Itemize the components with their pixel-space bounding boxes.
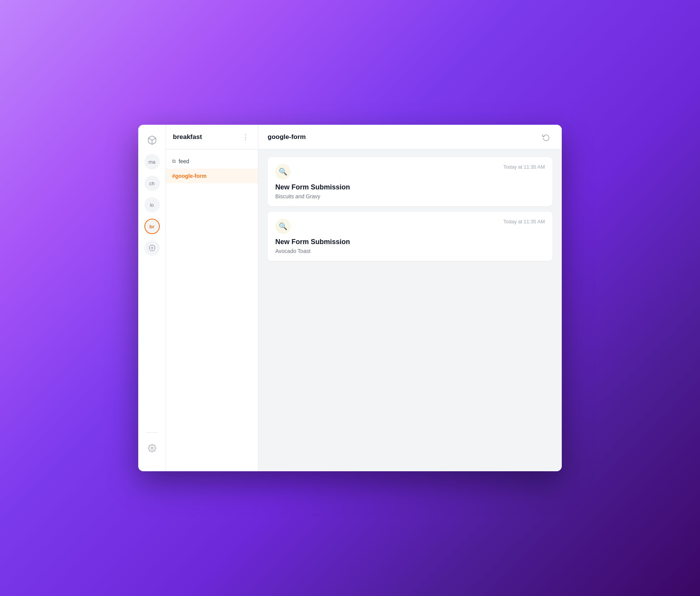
avatar-ma[interactable]: ma bbox=[144, 154, 160, 169]
sidebar-item-google-form[interactable]: #google-form bbox=[166, 169, 258, 183]
message-title-2: New Form Submission bbox=[275, 238, 545, 246]
message-card-2: 🔍 Today at 11:35 AM New Form Submission … bbox=[268, 212, 553, 261]
main-header-title: google-form bbox=[268, 133, 306, 141]
workspace-title: breakfast bbox=[173, 133, 202, 141]
avatar-ch[interactable]: ch bbox=[144, 176, 160, 191]
channel-label-google-form: #google-form bbox=[172, 173, 206, 179]
channel-sidebar-header: breakfast ⋮ bbox=[166, 125, 258, 149]
main-content: google-form 🔍 Today at 11:35 AM New Form… bbox=[258, 125, 562, 471]
add-workspace-button[interactable] bbox=[144, 240, 160, 256]
refresh-button[interactable] bbox=[539, 131, 553, 144]
svg-point-4 bbox=[151, 447, 153, 449]
messages-container: 🔍 Today at 11:35 AM New Form Submission … bbox=[258, 149, 562, 471]
more-options-button[interactable]: ⋮ bbox=[240, 132, 251, 142]
workspace-icon[interactable] bbox=[144, 132, 160, 148]
message-subtitle-2: Avocado Toast bbox=[275, 248, 545, 254]
channel-list: ⧉ feed #google-form bbox=[166, 149, 258, 471]
message-timestamp-2: Today at 11:35 AM bbox=[503, 219, 545, 224]
message-icon-2: 🔍 bbox=[275, 219, 291, 234]
avatar-br[interactable]: br bbox=[144, 219, 160, 234]
message-card-header-1: 🔍 Today at 11:35 AM bbox=[275, 164, 545, 179]
avatar-lo[interactable]: lo bbox=[144, 197, 160, 213]
main-header: google-form bbox=[258, 125, 562, 149]
message-card-header-2: 🔍 Today at 11:35 AM bbox=[275, 219, 545, 234]
rss-icon: ⧉ bbox=[172, 158, 176, 164]
message-title-1: New Form Submission bbox=[275, 183, 545, 191]
settings-icon[interactable] bbox=[144, 440, 160, 456]
message-icon-1: 🔍 bbox=[275, 164, 291, 179]
app-window: ma ch lo br bbox=[138, 125, 562, 471]
icon-sidebar: ma ch lo br bbox=[138, 125, 166, 471]
message-timestamp-1: Today at 11:35 AM bbox=[503, 164, 545, 170]
sidebar-item-feed[interactable]: ⧉ feed bbox=[166, 154, 258, 169]
message-card-1: 🔍 Today at 11:35 AM New Form Submission … bbox=[268, 157, 553, 206]
message-subtitle-1: Biscuits and Gravy bbox=[275, 193, 545, 199]
channel-sidebar: breakfast ⋮ ⧉ feed #google-form bbox=[166, 125, 258, 471]
sidebar-divider bbox=[146, 432, 158, 433]
channel-label-feed: feed bbox=[179, 158, 189, 164]
